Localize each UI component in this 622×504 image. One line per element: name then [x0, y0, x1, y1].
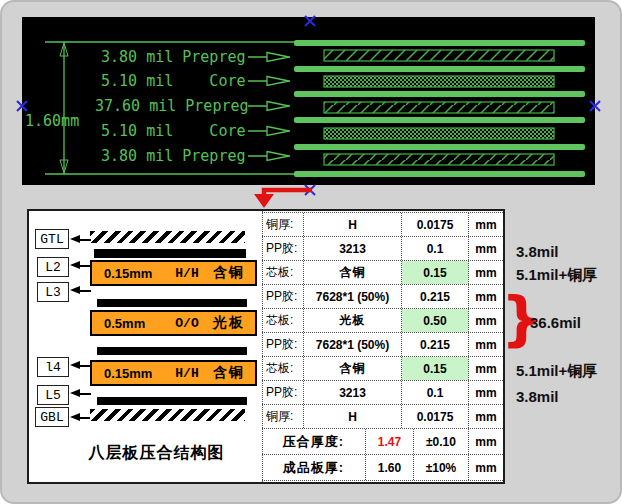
annotation-prepreg-top: 3.8mil	[516, 243, 559, 260]
layer-label-l3: L3	[37, 282, 69, 302]
row-unit: mm	[469, 357, 503, 380]
core-copper: H/H	[164, 266, 210, 281]
foil-bar-3	[97, 347, 247, 355]
layer-label-text: GBL	[40, 410, 63, 425]
core-type: 光板	[210, 314, 255, 332]
summary-tolerance: ±0.10	[414, 429, 469, 454]
layer-label-text: L5	[45, 388, 61, 403]
leader-arrow-l4-icon	[70, 361, 91, 370]
row-material: 光板	[304, 309, 402, 332]
diagram-caption: 八层板压合结构图	[49, 443, 264, 464]
row-material: 含铜	[304, 357, 402, 380]
core-block-3: 0.15mm H/H 含铜	[90, 360, 257, 386]
row-label: PP胶:	[262, 333, 304, 356]
row-unit: mm	[469, 333, 503, 356]
core-hatch-1	[324, 76, 554, 87]
blue-cross-marker-right	[589, 98, 601, 110]
foil-bar-4	[97, 397, 247, 405]
layer-text-prepreg-3: 3.80 mil Prepreg	[101, 147, 246, 165]
core-block-2: 0.5mm O/O 光板	[90, 310, 257, 336]
table-row: PP胶: 7628*1 (50%) 0.215 mm	[262, 333, 503, 357]
row-label: PP胶:	[262, 285, 304, 308]
board-thickness-label: 1.60mm	[25, 112, 79, 130]
layer-text-core-2: 5.10 mil Core	[101, 122, 246, 140]
top-copper-hatch-bar	[90, 231, 245, 243]
row-material: 含铜	[304, 261, 402, 284]
table-row: PP胶: 3213 0.1 mm	[262, 381, 503, 405]
layer-label-gtl: GTL	[35, 229, 69, 249]
table-row: 铜厚: H 0.0175 mm	[262, 213, 503, 237]
summary-unit: mm	[469, 429, 503, 454]
summary-value: 1.47	[366, 429, 414, 454]
row-label: PP胶:	[262, 237, 304, 260]
row-value: 0.1	[402, 237, 469, 260]
leader-arrow-gtl-icon	[70, 235, 91, 244]
row-unit: mm	[469, 237, 503, 260]
row-unit: mm	[469, 261, 503, 284]
blue-cross-marker-top	[304, 13, 316, 25]
leader-arrow-icons	[248, 53, 290, 161]
row-label: 芯板:	[262, 357, 304, 380]
row-material: 3213	[304, 237, 402, 260]
prepreg-hatch-3	[324, 154, 554, 165]
layer-text-core-1: 5.10 mil Core	[101, 72, 246, 90]
summary-label: 压合厚度:	[262, 429, 366, 454]
foil-bar-1	[94, 249, 246, 258]
layer-label-text: l4	[45, 360, 61, 375]
table-row: 芯板: 含铜 0.15 mm	[262, 261, 503, 285]
lamination-structure-panel: GTL L2 0.15mm H/H 含铜 L3 0.5mm O/O 光板 l4 …	[27, 209, 505, 484]
row-value: 0.215	[402, 333, 469, 356]
layer-text-prepreg-2: 37.60 mil Prepreg	[95, 97, 249, 115]
row-unit: mm	[469, 285, 503, 308]
cad-stackup-panel: 1.60mm 3.80 mil Prepreg 5.10 mil Core 37…	[22, 17, 595, 185]
foil-bar-2	[97, 299, 247, 307]
row-value-highlighted: 0.50	[402, 309, 469, 332]
annotation-core-top: 5.1mil+铜厚	[516, 266, 597, 285]
summary-tolerance: ±10%	[414, 455, 469, 480]
row-material: H	[304, 213, 402, 236]
leader-arrow-gbl-icon	[70, 413, 91, 422]
leader-arrow-l3-icon	[70, 286, 91, 295]
leader-arrow-l5-icon	[70, 389, 91, 398]
row-value: 0.215	[402, 285, 469, 308]
layer-label-l2: L2	[37, 257, 69, 277]
summary-value: 1.60	[366, 455, 414, 480]
row-unit: mm	[469, 309, 503, 332]
stackup-table: 铜厚: H 0.0175 mm PP胶: 3213 0.1 mm 芯板: 含铜 …	[262, 212, 503, 481]
core-type: 含铜	[210, 364, 255, 382]
prepreg-hatch-1	[324, 50, 554, 61]
row-material: 7628*1 (50%)	[304, 285, 402, 308]
layer-label-text: GTL	[40, 232, 63, 247]
prepreg-hatch-2	[324, 102, 554, 113]
core-type: 含铜	[210, 264, 255, 282]
screenshot-frame: 1.60mm 3.80 mil Prepreg 5.10 mil Core 37…	[0, 0, 622, 504]
row-unit: mm	[469, 405, 503, 428]
row-value-highlighted: 0.15	[402, 357, 469, 380]
summary-unit: mm	[469, 455, 503, 480]
row-label: 芯板:	[262, 261, 304, 284]
core-copper: H/H	[164, 366, 210, 381]
row-value: 0.1	[402, 381, 469, 404]
layer-label-text: L2	[45, 260, 61, 275]
row-material: 7628*1 (50%)	[304, 333, 402, 356]
leader-arrow-l2-icon	[70, 261, 91, 270]
row-label: 芯板:	[262, 309, 304, 332]
row-label: 铜厚:	[262, 405, 304, 428]
row-label: 铜厚:	[262, 213, 304, 236]
core-copper: O/O	[164, 316, 210, 331]
table-row: PP胶: 7628*1 (50%) 0.215 mm	[262, 285, 503, 309]
core-size: 0.15mm	[92, 366, 164, 381]
summary-row-finished-thickness: 成品板厚: 1.60 ±10% mm	[262, 455, 503, 481]
row-value: 0.0175	[402, 213, 469, 236]
layer-label-l4: l4	[37, 357, 69, 377]
row-material: H	[304, 405, 402, 428]
row-unit: mm	[469, 213, 503, 236]
layer-text-prepreg-1: 3.80 mil Prepreg	[101, 48, 246, 66]
table-row: 芯板: 含铜 0.15 mm	[262, 357, 503, 381]
core-block-1: 0.15mm H/H 含铜	[90, 260, 257, 286]
annotation-core-bottom: 5.1mil+铜厚	[516, 362, 597, 381]
core-size: 0.15mm	[92, 266, 164, 281]
row-unit: mm	[469, 381, 503, 404]
row-label: PP胶:	[262, 381, 304, 404]
table-row: 铜厚: H 0.0175 mm	[262, 405, 503, 429]
